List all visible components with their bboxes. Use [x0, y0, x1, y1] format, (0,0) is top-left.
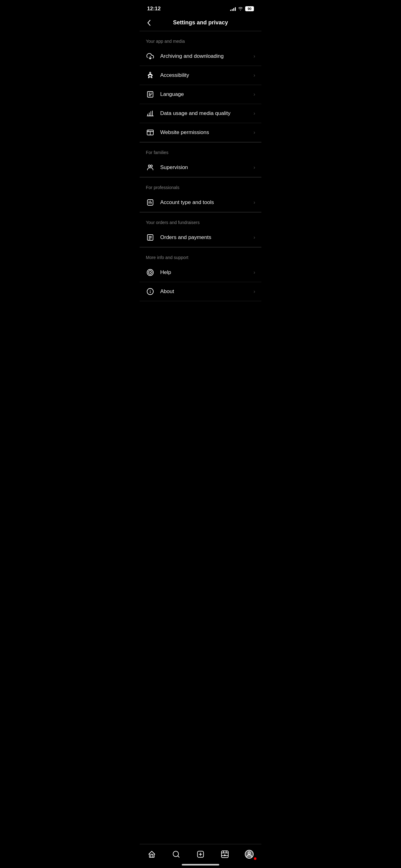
orders-icon — [146, 233, 155, 242]
accessibility-icon — [146, 71, 155, 80]
menu-item-language[interactable]: Language › — [140, 85, 261, 104]
help-icon — [146, 268, 155, 277]
data-usage-icon — [146, 109, 155, 118]
header-title: Settings and privacy — [173, 19, 228, 26]
website-icon — [146, 128, 155, 137]
status-icons: 90 — [230, 6, 254, 11]
chevron-icon: › — [254, 130, 255, 135]
chevron-icon: › — [254, 72, 255, 78]
about-label: About — [160, 288, 174, 294]
header: Settings and privacy — [140, 16, 261, 31]
archiving-label: Archiving and downloading — [160, 53, 224, 59]
language-label: Language — [160, 91, 184, 97]
orders-payments-label: Orders and payments — [160, 234, 211, 241]
menu-item-account-type[interactable]: Account type and tools › — [140, 193, 261, 212]
section-header-your-app-and-media: Your app and media — [140, 31, 261, 47]
about-icon — [146, 287, 155, 296]
help-label: Help — [160, 269, 171, 276]
status-bar: 12:12 90 — [140, 0, 261, 16]
menu-item-archiving[interactable]: Archiving and downloading › — [140, 47, 261, 66]
chevron-icon: › — [254, 235, 255, 240]
section-header-orders-fundraisers: Your orders and fundraisers — [140, 213, 261, 228]
chevron-icon: › — [254, 289, 255, 294]
chevron-icon: › — [254, 54, 255, 59]
svg-point-12 — [148, 131, 149, 131]
svg-point-29 — [150, 290, 151, 290]
account-type-icon — [146, 198, 155, 207]
website-permissions-label: Website permissions — [160, 129, 209, 135]
section-header-for-families: For families — [140, 143, 261, 158]
accessibility-label: Accessibility — [160, 72, 189, 79]
section-header-more-info: More info and support — [140, 247, 261, 263]
signal-icon — [230, 6, 236, 11]
svg-point-25 — [149, 272, 151, 273]
chevron-icon: › — [254, 111, 255, 116]
menu-item-accessibility[interactable]: Accessibility › — [140, 66, 261, 85]
status-time: 12:12 — [147, 6, 161, 12]
back-button[interactable] — [146, 19, 152, 27]
account-type-label: Account type and tools — [160, 199, 214, 206]
chevron-icon: › — [254, 92, 255, 97]
menu-item-help[interactable]: Help › — [140, 263, 261, 282]
chevron-icon: › — [254, 165, 255, 170]
section-header-for-professionals: For professionals — [140, 178, 261, 193]
data-usage-label: Data usage and media quality — [160, 110, 231, 117]
battery-icon: 90 — [245, 6, 254, 11]
archive-icon — [146, 52, 155, 61]
wifi-icon — [238, 6, 243, 11]
menu-item-about[interactable]: About › — [140, 282, 261, 301]
menu-item-orders-payments[interactable]: Orders and payments › — [140, 228, 261, 247]
svg-point-1 — [149, 72, 151, 73]
language-icon — [146, 90, 155, 99]
chevron-icon: › — [254, 200, 255, 205]
svg-rect-19 — [147, 235, 153, 240]
svg-point-13 — [148, 165, 150, 167]
svg-point-14 — [151, 165, 153, 167]
menu-item-supervision[interactable]: Supervision › — [140, 158, 261, 177]
supervision-icon — [146, 163, 155, 172]
menu-item-data-usage[interactable]: Data usage and media quality › — [140, 104, 261, 123]
svg-point-3 — [152, 93, 153, 94]
content: Your app and media Archiving and downloa… — [140, 31, 261, 333]
chevron-icon: › — [254, 270, 255, 275]
supervision-label: Supervision — [160, 164, 188, 170]
menu-item-website-permissions[interactable]: Website permissions › — [140, 123, 261, 142]
